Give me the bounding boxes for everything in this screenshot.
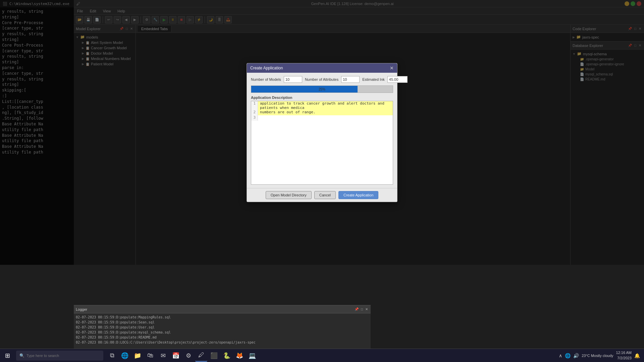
taskbar-app-ps[interactable]: 💻 (246, 350, 258, 362)
taskbar-app-explorer[interactable]: 📁 (131, 350, 144, 362)
taskbar-app-settings[interactable]: ⚙ (182, 350, 195, 362)
code-line-1: 1 application to track cancer growth and… (251, 101, 393, 110)
search-icon: 🔍 (19, 353, 24, 358)
logger-controls: 📌 □ ✕ (354, 307, 369, 311)
modal-overlay: Create Application ✕ Number of Models Nu… (0, 0, 644, 265)
num-attributes-input[interactable] (341, 76, 360, 83)
system-tray: ∧ 🌐 🔊 23°C Mostly cloudy 12:16 AM 7/2/20… (559, 350, 644, 361)
logger-pin[interactable]: 📌 (354, 307, 359, 311)
create-application-dialog: Create Application ✕ Number of Models Nu… (247, 63, 397, 202)
logger-header: Logger 📌 □ ✕ (74, 305, 371, 313)
app-description-label: Application Description (251, 96, 393, 100)
start-button[interactable]: ⊞ (0, 349, 15, 362)
estimated-ink-input[interactable] (387, 76, 408, 83)
dialog-title: Create Application (250, 66, 283, 70)
clock-date: 7/2/2023 (616, 356, 632, 361)
taskbar-app-ide[interactable]: 🖊 (195, 350, 207, 362)
progress-bar-container: 25% (251, 85, 393, 93)
log-entry-1: 02-07-2023 00:15:59:D:populate:Sean.sql (76, 320, 369, 325)
tray-arrow[interactable]: ∧ (559, 353, 562, 358)
search-input[interactable] (26, 354, 94, 358)
taskbar-app-edge[interactable]: 🌐 (119, 350, 131, 362)
dialog-body: Number of Models Number of Attributes Es… (247, 73, 397, 188)
progress-text: 25% (319, 87, 325, 91)
dialog-titlebar: Create Application ✕ (247, 63, 397, 73)
search-bar[interactable]: 🔍 (16, 351, 103, 361)
code-line-2: 2 numbers are out of range. (251, 110, 393, 115)
log-entry-5: 02-07-2023 00:16:00:D:LOCG:C:\Users\User… (76, 340, 369, 345)
tray-notifications[interactable]: 🔔 (634, 353, 640, 358)
estimated-ink-label: Estimated Ink (362, 77, 385, 81)
dialog-fields-row: Number of Models Number of Attributes Es… (251, 76, 393, 83)
tray-network[interactable]: 🌐 (565, 353, 571, 358)
line-content-1: application to track cancer growth and a… (258, 101, 393, 110)
logger-expand[interactable]: □ (360, 307, 364, 311)
create-application-button[interactable]: Create Application (338, 191, 378, 199)
log-entry-3: 02-07-2023 00:15:59:D:populate:mysql_sch… (76, 330, 369, 335)
taskbar-app-python[interactable]: 🐍 (221, 350, 233, 362)
clock: 12:16 AM 7/2/2023 (616, 350, 632, 361)
num-attributes-label: Number of Attributes (305, 77, 338, 81)
log-entry-4: 02-07-2023 00:15:59:D:populate:README.md (76, 335, 369, 340)
taskbar-apps: ⧉ 🌐 📁 🛍 ✉ 📅 ⚙ 🖊 ⬛ 🐍 🦊 💻 (106, 350, 258, 362)
logger-close[interactable]: ✕ (365, 307, 369, 311)
open-model-directory-button[interactable]: Open Model Directory (266, 191, 312, 199)
log-entry-2: 02-07-2023 00:15:59:D:populate:User.sql (76, 325, 369, 330)
taskbar: ⊞ 🔍 ⧉ 🌐 📁 🛍 ✉ 📅 ⚙ 🖊 ⬛ 🐍 🦊 💻 ∧ 🌐 🔊 23°C M… (0, 349, 644, 362)
progress-bar-fill (251, 86, 358, 93)
code-line-empty: 3 (251, 115, 393, 121)
line-num-2: 2 (251, 110, 258, 115)
taskbar-app-task-view[interactable]: ⧉ (106, 350, 118, 362)
dialog-footer: Open Model Directory Cancel Create Appli… (247, 188, 397, 202)
tray-sound[interactable]: 🔊 (573, 353, 579, 358)
taskbar-app-store[interactable]: 🛍 (144, 350, 156, 362)
num-models-label: Number of Models (251, 77, 281, 81)
line-content-empty (258, 115, 393, 121)
cancel-button[interactable]: Cancel (314, 191, 336, 199)
num-models-input[interactable] (284, 76, 302, 83)
dialog-close-button[interactable]: ✕ (390, 65, 394, 71)
taskbar-app-mail[interactable]: ✉ (157, 350, 169, 362)
taskbar-app-terminal[interactable]: ⬛ (208, 350, 220, 362)
taskbar-app-calendar[interactable]: 📅 (170, 350, 182, 362)
clock-time: 12:16 AM (616, 350, 632, 355)
taskbar-app-browser[interactable]: 🦊 (233, 350, 246, 362)
app-description-editor[interactable]: 1 application to track cancer growth and… (251, 101, 393, 185)
weather-text: 23°C Mostly cloudy (582, 354, 613, 358)
line-content-2: numbers are out of range. (258, 110, 393, 115)
line-num-1: 1 (251, 101, 258, 110)
line-num-empty: 3 (251, 115, 258, 121)
logger-title: Logger (76, 307, 87, 311)
log-entry-0: 02-07-2023 00:15:59:D:populate:MappingRu… (76, 315, 369, 320)
